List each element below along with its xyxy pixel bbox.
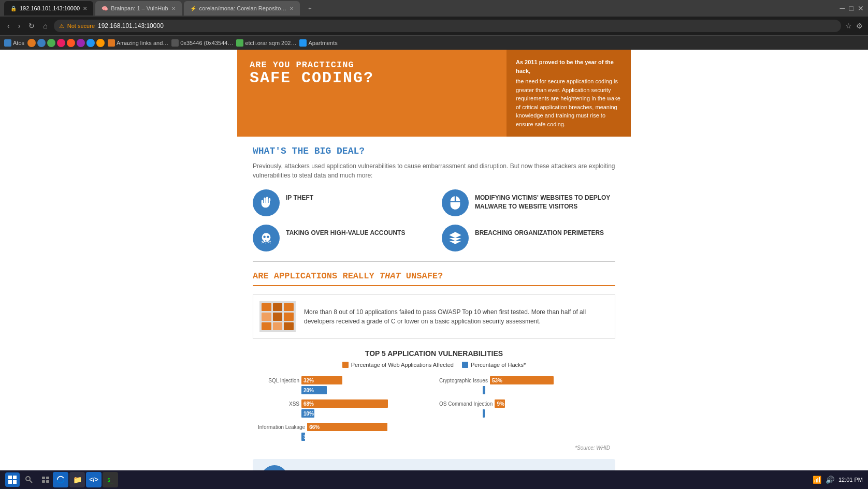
grid-cell-9 <box>284 322 294 330</box>
tab-3[interactable]: ⚡ corelan/mona: Corelan Reposito… ✕ <box>184 1 300 16</box>
threat-ip-theft: IP THEFT <box>253 189 426 216</box>
hero-left: ARE YOU PRACTICING SAFE CODING? <box>237 50 507 137</box>
ip-theft-icon-circle <box>253 189 280 216</box>
bookmark-etcti[interactable]: etcti.orar sqm 202… <box>236 39 296 47</box>
bar-xss: XSS 68% 10% <box>258 399 429 418</box>
legend-orange: Percentage of Web Applications Affected <box>342 362 454 368</box>
ext-icon-2[interactable] <box>37 39 46 47</box>
page-content: ARE YOU PRACTICING SAFE CODING? As 2011 … <box>237 50 631 489</box>
hammer-icon <box>448 196 462 210</box>
taskbar-app-vscode[interactable]: </> <box>86 472 102 487</box>
legend-blue-box <box>462 362 468 368</box>
bar-xss-blue: 10% <box>301 409 314 418</box>
apps-title: ARE APPLICATIONS REALLY THAT UNSAFE? <box>253 271 615 281</box>
reload-button[interactable]: ↻ <box>26 21 37 31</box>
taskbar-right: 📶 🔊 12:01 PM <box>813 476 863 484</box>
threat-takeover: TAKING OVER HIGH-VALUE ACCOUNTS <box>253 225 426 251</box>
hero-safe-coding: SAFE CODING? <box>250 70 494 87</box>
bar-crypto-wrap: Cryptographic Issues 53% <box>439 376 610 384</box>
bookmark-apartments[interactable]: Apartments <box>299 39 337 47</box>
ext-icon-5[interactable] <box>67 39 75 47</box>
svg-point-2 <box>267 236 269 238</box>
svg-point-11 <box>26 477 30 481</box>
apps-title-italic: THAT <box>380 271 401 281</box>
grid-cell-6 <box>284 313 294 320</box>
taskbar-app-terminal[interactable]: $_ <box>103 472 118 487</box>
grid-cell-8 <box>273 322 283 330</box>
bookmark-amazing-label: Amazing links and… <box>117 40 168 46</box>
bar-sql-blue: 20% <box>301 386 327 394</box>
tab-1[interactable]: 🔒 192.168.101.143:10000 ✕ <box>4 1 93 16</box>
grid-cell-5 <box>273 313 283 320</box>
bar-xss-wrap: XSS 68% <box>258 399 429 408</box>
apps-icon-grid <box>259 301 296 332</box>
new-tab-button[interactable]: + <box>302 1 317 16</box>
tab-3-close[interactable]: ✕ <box>290 6 294 11</box>
forward-button[interactable]: › <box>16 21 23 31</box>
taskview-button[interactable] <box>38 472 53 487</box>
svg-rect-7 <box>8 476 12 479</box>
ext-icon-3[interactable] <box>47 39 55 47</box>
grid-cell-7 <box>262 322 271 330</box>
taskbar-app-edge[interactable] <box>53 472 68 487</box>
bookmark-star[interactable]: ☆ <box>845 22 852 30</box>
legend-orange-box <box>342 362 349 368</box>
browser-chrome: 🔒 192.168.101.143:10000 ✕ 🧠 Brainpan: 1 … <box>0 0 868 50</box>
svg-line-12 <box>30 480 32 483</box>
ext-icon-6[interactable] <box>77 39 85 47</box>
ext-icon-7[interactable] <box>86 39 95 47</box>
bar-info-track: 66% <box>307 423 429 431</box>
ext-icon-1[interactable] <box>27 39 36 47</box>
bookmark-atos[interactable]: Atos <box>4 39 24 47</box>
close-button[interactable]: ✕ <box>858 4 864 12</box>
taskbar-app-file[interactable]: 📁 <box>69 472 85 487</box>
search-taskbar-button[interactable] <box>22 472 36 487</box>
tab-2-label: Brainpan: 1 – VulnHub <box>111 5 168 11</box>
tab-2-close[interactable]: ✕ <box>171 6 176 11</box>
bar-xss-orange: 68% <box>301 399 388 408</box>
bar-sql-label: SQL Injection <box>258 378 299 383</box>
takeover-icon-circle <box>253 225 280 251</box>
tab-1-close[interactable]: ✕ <box>83 6 87 11</box>
bar-crypto-blue-track: 2% <box>483 386 610 394</box>
taskbar: 📁 </> $_ 📶 🔊 12:01 PM <box>0 470 868 489</box>
home-button[interactable]: ⌂ <box>41 21 49 31</box>
back-button[interactable]: ‹ <box>5 21 12 31</box>
taskbar-left <box>5 472 53 487</box>
threat-modifying: MODIFYING VICTIMS' WEBSITES TO DEPLOY MA… <box>442 189 615 216</box>
maximize-button[interactable]: □ <box>849 4 853 12</box>
hero-right: As 2011 proved to be the year of the hac… <box>507 50 631 137</box>
bookmark-amazing[interactable]: Amazing links and… <box>108 39 168 47</box>
breaching-icon-circle <box>442 225 469 251</box>
minimize-button[interactable]: ─ <box>840 4 845 12</box>
tab-2[interactable]: 🧠 Brainpan: 1 – VulnHub ✕ <box>95 1 181 16</box>
bar-info-wrap: Information Leakage 66% <box>258 423 429 431</box>
bar-crypto-track: 53% <box>490 376 610 384</box>
hero-are-you: ARE YOU PRACTICING <box>250 60 494 70</box>
svg-rect-14 <box>46 477 49 479</box>
bar-os-cmd-track: 9% <box>495 399 610 408</box>
start-button[interactable] <box>5 472 20 487</box>
bar-crypto-label: Cryptographic Issues <box>439 378 488 383</box>
tab-1-label: 192.168.101.143:10000 <box>20 5 80 11</box>
bar-info-leakage: Information Leakage 66% 3% <box>258 423 429 441</box>
svg-rect-16 <box>46 480 49 483</box>
legend-orange-label: Percentage of Web Applications Affected <box>351 362 454 368</box>
bar-crypto: Cryptographic Issues 53% 2% <box>439 376 610 394</box>
ext-icon-4[interactable] <box>57 39 65 47</box>
extensions-button[interactable]: ⚙ <box>856 22 863 30</box>
hero-banner: ARE YOU PRACTICING SAFE CODING? As 2011 … <box>237 50 631 137</box>
security-warning: ⚠ <box>59 23 64 29</box>
chart-left: SQL Injection 32% 20% <box>258 376 429 441</box>
bar-sql-injection: SQL Injection 32% 20% <box>258 376 429 394</box>
chart-right: Cryptographic Issues 53% 2% <box>439 376 610 441</box>
ext-icon-8[interactable] <box>96 39 105 47</box>
bookmarks-bar: Atos Amazing links and… 0x35446 (0x43544… <box>0 35 868 50</box>
bar-xss-label: XSS <box>258 401 299 407</box>
bar-sql-injection-wrap: SQL Injection 32% <box>258 376 429 384</box>
tab-3-label: corelan/mona: Corelan Reposito… <box>199 5 287 11</box>
svg-rect-8 <box>13 476 17 479</box>
breaching-label: BREACHING ORGANIZATION PERIMETERS <box>475 225 604 238</box>
bookmark-0x35446[interactable]: 0x35446 (0x43544… <box>171 39 233 47</box>
address-input[interactable]: ⚠ Not secure 192.168.101.143:10000 <box>54 20 841 32</box>
